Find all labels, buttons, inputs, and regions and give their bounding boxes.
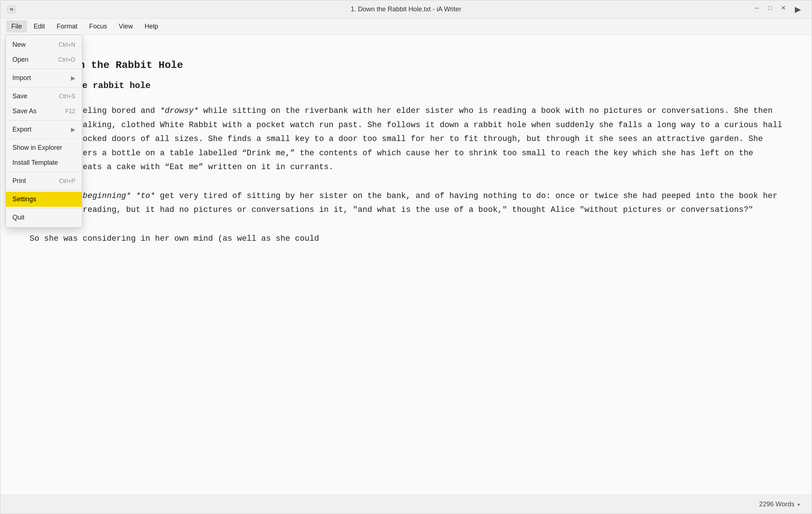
content-area: New Ctrl+N Open Ctrl+O Import ▶ Save Ctr… (0, 35, 812, 495)
menu-new-label: New (12, 41, 26, 49)
maximize-button[interactable]: □ (765, 3, 775, 13)
menu-save-shortcut: Ctrl+S (59, 93, 75, 100)
menu-import-label: Import (12, 74, 31, 82)
menu-item-format[interactable]: Format (52, 20, 83, 33)
menu-export-arrow: ▶ (71, 126, 75, 133)
menu-save-label: Save (12, 92, 27, 100)
word-count-label: 2296 Words (759, 500, 794, 508)
menu-save[interactable]: Save Ctrl+S (6, 89, 82, 104)
word-count-button[interactable]: 2296 Words ▾ (755, 498, 804, 510)
menu-open-label: Open (12, 56, 29, 64)
status-bar: 2296 Words ▾ (0, 495, 812, 514)
menu-open[interactable]: Open Ctrl+O (6, 52, 82, 67)
menu-install-template-label: Install Template (12, 159, 58, 167)
menu-print[interactable]: Print Ctrl+P (6, 174, 82, 189)
menu-open-shortcut: Ctrl+O (58, 57, 75, 63)
menu-show-in-explorer[interactable]: Show in Explorer (6, 140, 82, 155)
menu-print-label: Print (12, 177, 26, 185)
menu-settings[interactable]: Settings (6, 192, 82, 207)
title-bar-controls: ⊟ (8, 6, 15, 13)
minimize-button[interactable]: ─ (752, 3, 762, 13)
menu-quit[interactable]: Quit (6, 210, 82, 225)
menu-import[interactable]: Import ▶ (6, 71, 82, 85)
editor-heading2: ## Into the rabbit hole (30, 79, 782, 94)
chevron-down-icon: ▾ (797, 502, 800, 507)
main-window: ⊟ 1. Down the Rabbit Hole.txt - iA Write… (0, 0, 812, 514)
menu-item-file[interactable]: File (6, 20, 27, 33)
menu-new[interactable]: New Ctrl+N (6, 37, 82, 52)
title-bar: ⊟ 1. Down the Rabbit Hole.txt - iA Write… (0, 0, 812, 19)
divider-6 (6, 190, 82, 190)
window-controls: ─ □ ✕ ▶ (752, 3, 804, 16)
editor-paragraph1: Alice is feeling bored and *drowsy* whil… (30, 104, 782, 175)
menu-import-arrow: ▶ (71, 75, 75, 81)
menu-save-as-shortcut: F12 (65, 108, 75, 115)
menu-quit-label: Quit (12, 214, 24, 221)
menu-print-shortcut: Ctrl+P (59, 178, 75, 184)
menu-install-template[interactable]: Install Template (6, 155, 82, 170)
divider-7 (6, 208, 82, 209)
editor-paragraph3: So she was considering in her own mind (… (30, 232, 782, 246)
divider-4 (6, 138, 82, 139)
divider-3 (6, 120, 82, 121)
menu-save-as[interactable]: Save As F12 (6, 104, 82, 119)
menu-show-in-explorer-label: Show in Explorer (12, 144, 62, 152)
run-button[interactable]: ▶ (791, 3, 804, 16)
menu-new-shortcut: Ctrl+N (58, 42, 75, 48)
menu-item-view[interactable]: View (114, 20, 138, 33)
menu-item-help[interactable]: Help (140, 20, 163, 33)
window-title: 1. Down the Rabbit Hole.txt - iA Writer (351, 5, 462, 13)
menu-export[interactable]: Export ▶ (6, 122, 82, 137)
menu-save-as-label: Save As (12, 107, 37, 115)
menu-export-label: Export (12, 126, 31, 133)
divider-1 (6, 69, 82, 69)
menu-bar: File Edit Format Focus View Help (0, 19, 812, 35)
sidebar-toggle-button[interactable]: ⊟ (8, 6, 15, 13)
file-dropdown-menu: New Ctrl+N Open Ctrl+O Import ▶ Save Ctr… (5, 35, 82, 228)
editor-heading1: # 1. Down the Rabbit Hole (30, 57, 782, 74)
divider-5 (6, 172, 82, 172)
menu-settings-label: Settings (12, 195, 36, 203)
menu-item-focus[interactable]: Focus (84, 20, 112, 33)
editor-paragraph2: Alice was *beginning* *to* get very tire… (30, 189, 782, 217)
divider-2 (6, 87, 82, 87)
close-button[interactable]: ✕ (778, 3, 788, 13)
editor[interactable]: # 1. Down the Rabbit Hole ## Into the ra… (0, 35, 812, 495)
menu-item-edit[interactable]: Edit (29, 20, 50, 33)
